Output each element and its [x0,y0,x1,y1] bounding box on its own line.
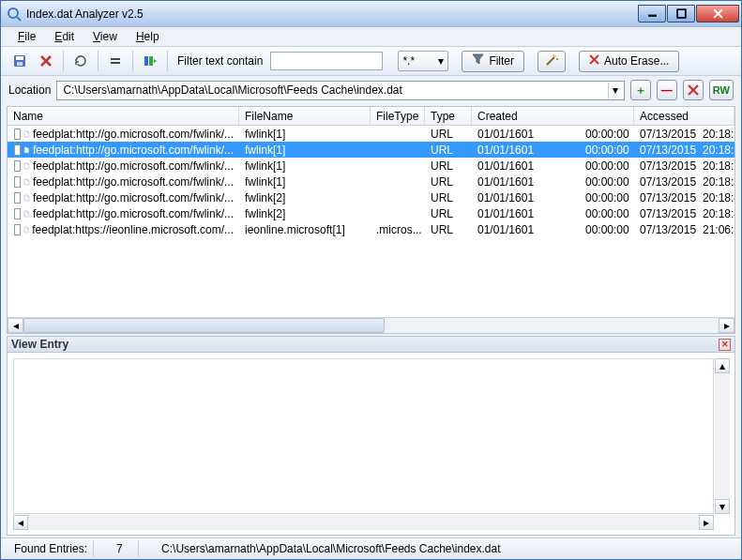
cell-accessed-date: 07/13/2015 [634,175,697,189]
menu-file[interactable]: File [10,28,43,45]
vertical-scrollbar[interactable]: ▴ ▾ [715,358,730,514]
cell-created-time: 00:00:00 [580,223,634,236]
col-created[interactable]: Created [472,107,634,125]
cell-type: URL [425,144,472,157]
row-checkbox[interactable] [14,224,21,235]
cell-created-time: 00:00:00 [580,128,634,141]
location-label: Location [8,83,51,97]
cell-created-date: 01/01/1601 [472,223,580,236]
table-row[interactable]: feedplat:http://go.microsoft.com/fwlink/… [8,189,734,205]
titlebar[interactable]: Index.dat Analyzer v2.5 [1,1,741,27]
location-combo[interactable]: C:\Users\amarnath\AppData\Local\Microsof… [56,81,624,100]
scroll-up-button[interactable]: ▴ [715,358,730,373]
cell-type: URL [425,191,472,204]
cell-accessed-date: 07/13/2015 [634,191,697,204]
refresh-button[interactable] [69,50,92,72]
col-accessed[interactable]: Accessed [634,107,734,125]
scroll-down-button[interactable]: ▾ [715,499,730,514]
cell-name: feedplat:http://go.microsoft.com/fwlink/… [33,159,234,173]
cell-created-time: 00:00:00 [580,175,634,189]
view-entry-content[interactable] [13,358,714,514]
table-row[interactable]: feedplat:http://go.microsoft.com/fwlink/… [8,142,734,158]
readwrite-indicator[interactable]: RW [709,80,734,100]
scroll-right-button[interactable]: ▸ [699,515,714,530]
scroll-right-button[interactable]: ▸ [719,318,734,333]
svg-rect-13 [144,56,148,66]
app-window: Index.dat Analyzer v2.5 File Edit View H… [0,0,742,560]
cell-accessed-time: 20:18:37 [697,144,734,157]
minimize-button[interactable] [638,5,666,23]
menu-edit[interactable]: Edit [47,28,82,45]
cell-created-time: 00:00:00 [580,191,634,204]
cell-filename: ieonline.microsoft[1] [239,223,371,236]
add-location-button[interactable]: ＋ [630,80,651,100]
row-checkbox[interactable] [14,160,21,172]
scroll-left-button[interactable]: ◂ [8,318,23,333]
entries-table: Name FileName FileType Type Created Acce… [7,106,735,334]
col-type[interactable]: Type [425,107,472,125]
menu-view[interactable]: View [85,28,125,45]
wand-button[interactable] [538,51,566,72]
menubar: File Edit View Help [1,27,741,46]
scroll-left-button[interactable]: ◂ [13,515,28,530]
cell-filetype: .micros... [371,223,425,236]
chevron-down-icon: ▾ [438,54,444,68]
delete-location-button[interactable] [683,80,704,100]
cell-name: feedplat:http://go.microsoft.com/fwlink/… [33,175,234,189]
columns-button[interactable] [139,50,161,72]
col-filetype[interactable]: FileType [371,107,425,125]
menu-help[interactable]: Help [129,28,167,45]
table-row[interactable]: feedplat:http://go.microsoft.com/fwlink/… [8,126,734,142]
scroll-thumb[interactable] [23,318,385,333]
pattern-select[interactable]: *.*▾ [398,51,448,71]
remove-location-button[interactable]: — [657,80,677,100]
cell-accessed-date: 07/13/2015 [634,207,697,220]
cell-name: feedplat:https://ieonline.microsoft.com/… [32,223,234,236]
cell-accessed-time: 21:06:34 [697,223,734,236]
statusbar: Found Entries: 7 C:\Users\amarnath\AppDa… [1,537,741,559]
table-row[interactable]: feedplat:http://go.microsoft.com/fwlink/… [8,174,734,189]
row-checkbox[interactable] [14,192,21,204]
chevron-down-icon[interactable]: ▾ [608,83,622,98]
cell-created-date: 01/01/1601 [472,207,580,220]
view-entry-pane: ▴ ▾ ◂ ▸ [7,353,735,536]
filter-button[interactable]: Filter [462,51,524,72]
cell-type: URL [425,207,472,220]
cell-filename: fwlink[1] [239,144,371,157]
cell-accessed-time: 20:18:37 [697,128,734,141]
svg-point-18 [553,54,554,56]
svg-point-16 [554,55,556,57]
svg-line-1 [17,17,21,21]
cell-accessed-date: 07/13/2015 [634,144,697,157]
svg-point-0 [8,8,18,18]
close-pane-button[interactable]: ✕ [719,339,731,351]
filter-input[interactable] [270,52,383,70]
cell-filename: fwlink[1] [239,159,371,173]
row-checkbox[interactable] [14,129,21,140]
table-row[interactable]: feedplat:http://go.microsoft.com/fwlink/… [8,158,734,174]
row-checkbox[interactable] [14,176,21,188]
maximize-button[interactable] [667,5,695,23]
filter-label: Filter text contain [177,54,263,68]
funnel-icon [472,53,484,68]
save-button[interactable] [8,50,31,72]
delete-button[interactable] [35,50,57,72]
table-row[interactable]: feedplat:http://go.microsoft.com/fwlink/… [8,205,734,221]
cell-created-time: 00:00:00 [580,159,634,173]
equals-button[interactable] [104,50,127,72]
col-filename[interactable]: FileName [239,107,371,125]
col-name[interactable]: Name [8,107,239,125]
auto-erase-button[interactable]: Auto Erase... [579,51,679,72]
cell-type: URL [425,223,472,236]
horizontal-scrollbar[interactable]: ◂ ▸ [13,515,714,530]
cell-type: URL [425,128,472,141]
cell-created-date: 01/01/1601 [472,191,580,204]
horizontal-scrollbar[interactable]: ◂ ▸ [8,317,734,333]
table-row[interactable]: feedplat:https://ieonline.microsoft.com/… [8,221,734,237]
close-button[interactable] [696,5,739,23]
row-checkbox[interactable] [14,208,21,219]
cell-accessed-time: 20:18:37 [697,175,734,189]
svg-point-17 [556,58,558,60]
row-checkbox[interactable] [14,144,21,156]
status-path: C:\Users\amarnath\AppData\Local\Microsof… [156,540,734,557]
